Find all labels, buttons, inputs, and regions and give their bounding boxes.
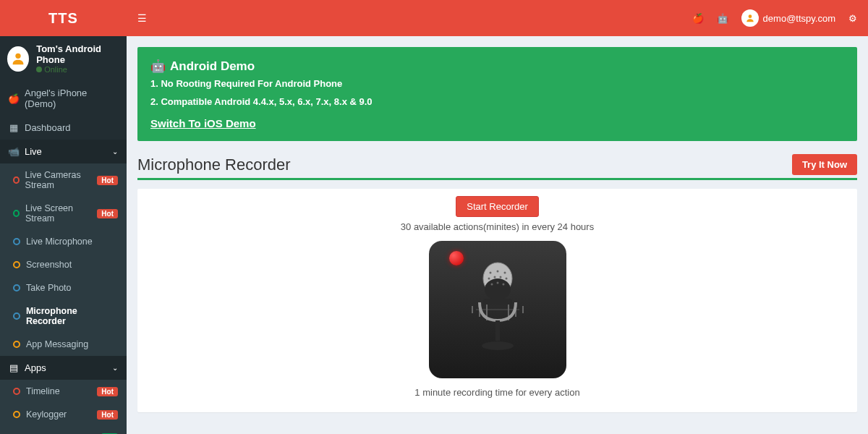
camera-icon: 📹 — [9, 147, 19, 157]
device-status: Online — [36, 65, 119, 74]
sidebar-menu: 🍎Angel's iPhone (Demo) ▦Dashboard 📹Live⌄… — [0, 81, 127, 434]
badge-hot: Hot — [97, 176, 118, 185]
sidebar-item-app-messaging[interactable]: App Messaging — [0, 333, 127, 356]
svg-point-15 — [496, 282, 498, 284]
ring-icon — [13, 284, 20, 292]
microphone-icon — [465, 255, 530, 364]
device-name: Tom's Android Phone — [36, 43, 119, 65]
badge-hot: Hot — [97, 387, 118, 396]
sidebar: TTS Tom's Android Phone Online 🍎Angel's … — [0, 0, 127, 434]
ring-icon — [13, 261, 20, 268]
svg-point-10 — [488, 278, 490, 280]
svg-point-8 — [496, 271, 498, 273]
svg-point-14 — [490, 284, 493, 286]
badge-hot: Hot — [97, 209, 118, 218]
user-chip[interactable]: demo@ttspy.com — [741, 9, 835, 27]
sidebar-item-demo-device[interactable]: 🍎Angel's iPhone (Demo) — [0, 81, 127, 116]
sidebar-item-dashboard[interactable]: ▦Dashboard — [0, 116, 127, 140]
svg-point-9 — [503, 272, 506, 274]
svg-point-1 — [748, 14, 752, 18]
avatar — [7, 46, 29, 72]
user-email: demo@ttspy.com — [763, 13, 835, 24]
svg-rect-5 — [495, 320, 500, 341]
divider — [137, 178, 857, 180]
ring-icon — [13, 411, 20, 418]
ring-icon — [13, 388, 20, 395]
sidebar-item-screenshot[interactable]: Screenshot — [0, 253, 127, 276]
topbar: ☰ 🍎 🤖 demo@ttspy.com ⚙ — [127, 0, 868, 36]
main: ☰ 🍎 🤖 demo@ttspy.com ⚙ 🤖Android Demo 1. … — [127, 0, 868, 434]
user-panel: Tom's Android Phone Online — [0, 36, 127, 81]
ring-icon — [13, 341, 20, 348]
sidebar-item-live-cameras[interactable]: Live Cameras StreamHot — [0, 163, 127, 197]
sidebar-item-live-screen[interactable]: Live Screen StreamHot — [0, 197, 127, 230]
svg-point-13 — [505, 278, 507, 280]
svg-point-7 — [489, 272, 491, 274]
avatar-icon — [741, 9, 759, 27]
ring-icon — [13, 210, 20, 217]
badge-hot: Hot — [97, 410, 118, 420]
banner-title: Android Demo — [170, 59, 255, 74]
apple-icon: 🍎 — [9, 93, 19, 103]
banner-line-1: 1. No Rooting Required For Android Phone — [150, 78, 844, 89]
apple-icon[interactable]: 🍎 — [692, 13, 704, 24]
apps-icon: ▤ — [9, 363, 19, 373]
sidebar-group-live[interactable]: 📹Live⌄ — [0, 140, 127, 163]
try-it-now-button[interactable]: Try It Now — [792, 154, 857, 175]
sidebar-item-install[interactable]: Install59 — [0, 426, 127, 434]
record-dot-icon — [449, 251, 464, 265]
svg-point-16 — [502, 284, 504, 286]
microphone-illustration — [429, 241, 566, 378]
ring-icon — [13, 238, 20, 245]
grid-icon: ▦ — [9, 123, 19, 133]
sidebar-item-live-microphone[interactable]: Live Microphone — [0, 230, 127, 253]
sidebar-item-keylogger[interactable]: KeyloggerHot — [0, 403, 127, 426]
ring-icon — [13, 312, 20, 320]
android-icon[interactable]: 🤖 — [717, 13, 728, 24]
demo-banner: 🤖Android Demo 1. No Rooting Required For… — [137, 47, 857, 141]
svg-point-0 — [15, 54, 20, 59]
chevron-down-icon: ⌄ — [112, 148, 118, 156]
start-recorder-button[interactable]: Start Recorder — [456, 196, 539, 217]
page-title: Microphone Recorder — [137, 156, 291, 174]
content: 🤖Android Demo 1. No Rooting Required For… — [127, 36, 868, 434]
svg-point-12 — [499, 276, 501, 278]
chevron-down-icon: ⌄ — [112, 364, 118, 372]
sidebar-item-take-photo[interactable]: Take Photo — [0, 276, 127, 299]
recorder-panel: Start Recorder 30 available actions(mini… — [137, 189, 857, 412]
actions-note: 30 available actions(minites) in every 2… — [150, 221, 844, 232]
svg-point-11 — [493, 276, 495, 278]
page-header: Microphone Recorder Try It Now — [137, 154, 857, 175]
brand-logo[interactable]: TTS — [0, 0, 127, 36]
android-icon: 🤖 — [150, 59, 166, 74]
svg-rect-4 — [483, 299, 512, 305]
svg-point-6 — [482, 341, 514, 350]
switch-demo-link[interactable]: Switch To iOS Demo — [150, 117, 256, 129]
banner-line-2: 2. Compatible Android 4.4.x, 5.x, 6.x, 7… — [150, 96, 844, 107]
sidebar-item-microphone-recorder[interactable]: Microphone Recorder — [0, 299, 127, 333]
recorder-caption: 1 minute recording time for every action — [150, 387, 844, 398]
hamburger-icon[interactable]: ☰ — [137, 12, 147, 24]
ring-icon — [13, 176, 20, 184]
sidebar-group-apps[interactable]: ▤Apps⌄ — [0, 356, 127, 380]
sidebar-item-timeline[interactable]: TimelineHot — [0, 380, 127, 403]
gears-icon[interactable]: ⚙ — [848, 13, 857, 24]
